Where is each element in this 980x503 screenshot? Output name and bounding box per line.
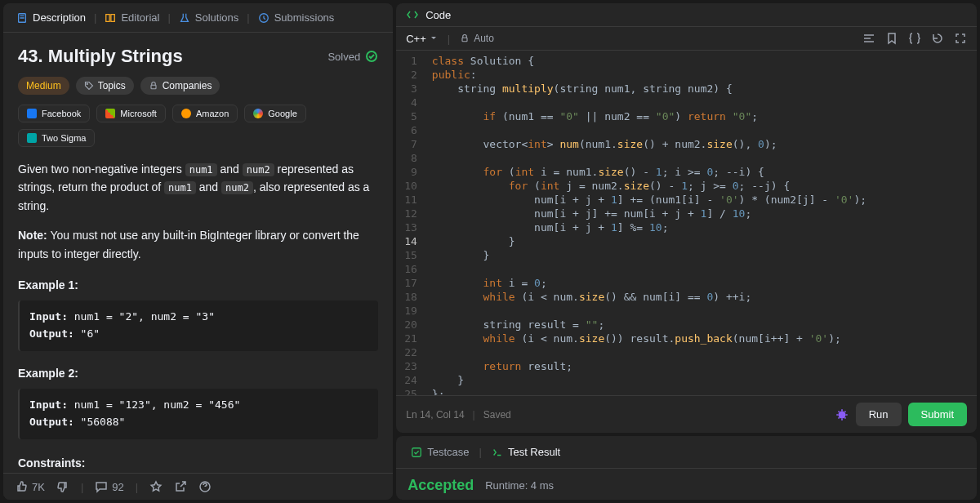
run-button[interactable]: Run (856, 403, 902, 426)
twosigma-icon (27, 133, 37, 143)
example-title: Example 1: (18, 276, 378, 294)
tab-test-result[interactable]: Test Result (487, 443, 565, 461)
auto-toggle[interactable]: Auto (460, 33, 494, 44)
companies-row: Facebook Microsoft Amazon Google Two Sig… (18, 105, 378, 147)
language-selector[interactable]: C++ (406, 33, 438, 45)
terminal-icon (492, 447, 503, 458)
braces-icon[interactable] (908, 32, 921, 45)
code-editor[interactable]: 1234567891011121314151617181920212223242… (396, 51, 977, 395)
code-header-title: Code (425, 9, 451, 21)
thumbs-up-icon (15, 480, 28, 493)
fullscreen-icon[interactable] (954, 32, 967, 45)
code-pane: Code C++ | Auto (396, 3, 977, 433)
svg-rect-6 (151, 85, 156, 89)
tab-testcase[interactable]: Testcase (406, 443, 474, 461)
chip-companies[interactable]: Companies (140, 77, 220, 95)
example-box: Input: num1 = "123", num2 = "456" Output… (18, 389, 378, 439)
star-button[interactable] (149, 480, 163, 493)
tab-label: Submissions (274, 11, 335, 24)
tab-solutions[interactable]: Solutions (174, 8, 243, 27)
google-icon (253, 109, 263, 118)
tab-submissions[interactable]: Submissions (253, 8, 340, 27)
footer-bar: 7K | 92 | (3, 473, 393, 500)
chip-topics[interactable]: Topics (76, 77, 134, 95)
description-pane: Description | Editorial | Solutions | Su… (3, 3, 393, 500)
submit-button[interactable]: Submit (908, 403, 967, 426)
tab-label: Solutions (195, 11, 238, 24)
lock-icon (460, 33, 470, 43)
tab-divider: | (167, 11, 170, 24)
amazon-icon (181, 109, 191, 118)
save-status: Saved (483, 409, 511, 421)
check-circle-icon (365, 50, 378, 63)
reset-icon[interactable] (931, 32, 944, 45)
likes-button[interactable]: 7K (15, 480, 45, 493)
code-icon (406, 8, 419, 21)
share-icon (174, 480, 187, 493)
comment-icon (95, 480, 108, 493)
document-icon (16, 12, 28, 24)
microsoft-icon (105, 109, 115, 118)
tab-divider: | (94, 11, 96, 24)
bookmark-icon[interactable] (885, 32, 898, 45)
comments-button[interactable]: 92 (95, 480, 123, 493)
book-icon (105, 12, 116, 24)
tab-description[interactable]: Description (11, 8, 91, 27)
result-runtime: Runtime: 4 ms (485, 479, 554, 492)
tab-label: Editorial (121, 11, 159, 24)
history-icon (258, 12, 270, 24)
description-body: 43. Multiply Strings Solved Medium Topic… (3, 33, 393, 473)
svg-point-12 (838, 411, 845, 418)
svg-rect-8 (462, 38, 467, 42)
company-chip[interactable]: Google (244, 105, 305, 122)
dislikes-button[interactable] (56, 480, 69, 493)
problem-title: 43. Multiply Strings (18, 46, 183, 67)
facebook-icon (27, 109, 37, 118)
tab-editorial[interactable]: Editorial (100, 8, 164, 27)
example-box: Input: num1 = "2", num2 = "3" Output: "6… (18, 300, 378, 351)
share-button[interactable] (174, 480, 187, 493)
constraints-title: Constraints: (18, 454, 378, 472)
example-title: Example 2: (18, 364, 378, 382)
status-badge: Solved (327, 50, 378, 63)
format-icon[interactable] (862, 32, 875, 45)
thumbs-down-icon (56, 480, 69, 493)
checkbox-icon (411, 447, 422, 458)
cursor-position: Ln 14, Col 14 (406, 409, 464, 421)
tag-icon (84, 81, 94, 91)
chip-difficulty[interactable]: Medium (18, 77, 69, 95)
left-tabs: Description | Editorial | Solutions | Su… (3, 3, 393, 33)
tab-divider: | (247, 11, 249, 24)
lock-icon (149, 81, 158, 91)
company-chip[interactable]: Facebook (18, 105, 90, 122)
question-icon (198, 480, 212, 493)
company-chip[interactable]: Amazon (172, 105, 238, 122)
company-chip[interactable]: Two Sigma (18, 129, 95, 147)
result-pane: Testcase | Test Result Accepted Runtime:… (396, 436, 977, 500)
chevron-down-icon (430, 34, 438, 42)
star-icon (149, 480, 163, 493)
problem-statement: Given two non-negative integers num1 and… (18, 160, 378, 473)
company-chip[interactable]: Microsoft (96, 105, 166, 122)
feedback-button[interactable] (198, 480, 212, 493)
debug-icon[interactable] (835, 407, 849, 422)
tab-label: Description (33, 11, 86, 24)
flask-icon (179, 12, 190, 24)
result-status: Accepted (408, 477, 474, 494)
svg-point-5 (87, 83, 88, 85)
